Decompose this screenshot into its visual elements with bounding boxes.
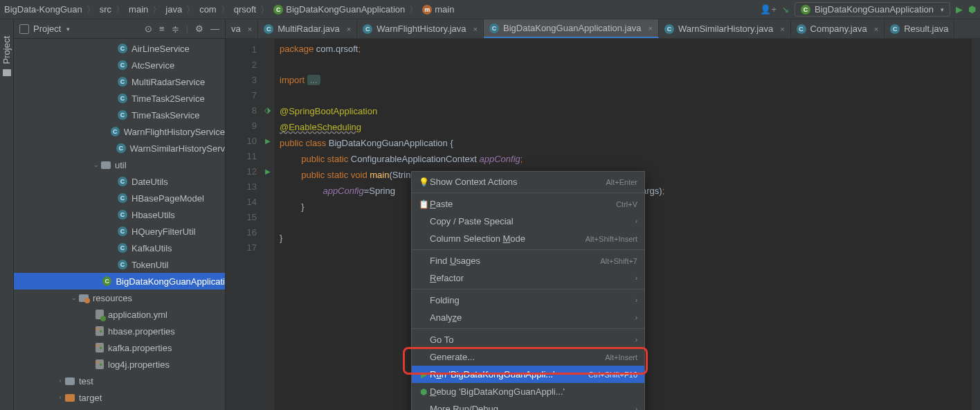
close-icon[interactable]: × bbox=[347, 25, 351, 33]
run-gutter-icon[interactable]: ▶ bbox=[265, 137, 271, 145]
run-gutter-icon[interactable]: ▶ bbox=[265, 168, 271, 175]
hide-icon[interactable]: — bbox=[210, 24, 219, 34]
java-icon: C bbox=[264, 24, 273, 34]
tree-item[interactable]: CTokenUtil bbox=[14, 256, 225, 273]
separator bbox=[412, 328, 644, 329]
bug-icon: ⬢ bbox=[417, 387, 430, 397]
java-icon: C bbox=[797, 24, 806, 34]
close-icon[interactable]: × bbox=[248, 25, 252, 33]
editor-tab[interactable]: CWarnSimilarHistory.java× bbox=[659, 19, 791, 38]
editor-tab[interactable]: CMultiRadar.java× bbox=[258, 19, 357, 38]
breadcrumb-item[interactable]: BigData-KongGuan〉 bbox=[4, 3, 97, 16]
close-icon[interactable]: × bbox=[780, 25, 784, 33]
navigation-bar: BigData-KongGuan〉 src〉 main〉 java〉 com〉 … bbox=[0, 0, 980, 19]
ctx-paste[interactable]: 📋PasteCtrl+V bbox=[412, 195, 644, 213]
ctx-find-usages[interactable]: Find UsagesAlt+Shift+7 bbox=[412, 252, 644, 269]
ctx-generate[interactable]: Generate...Alt+Insert bbox=[412, 348, 644, 366]
run-config-selector[interactable]: CBigDataKongGuanApplication bbox=[795, 2, 950, 17]
line-gutter[interactable]: 1 2 3 7 8⬗ 9 10▶ 11 12▶ 13 14 15 16 17 bbox=[226, 39, 274, 410]
tree-item[interactable]: log4j.properties bbox=[14, 356, 225, 373]
close-icon[interactable]: × bbox=[874, 25, 878, 33]
chevron-right-icon: › bbox=[635, 274, 637, 282]
fold-region[interactable]: ... bbox=[307, 75, 320, 85]
ctx-more-run[interactable]: More Run/Debug› bbox=[412, 400, 644, 410]
tree-folder-target[interactable]: ›target bbox=[14, 389, 225, 406]
breadcrumb-item[interactable]: com〉 bbox=[199, 3, 231, 16]
folder-icon bbox=[3, 69, 11, 76]
tree-folder-test[interactable]: ›test bbox=[14, 373, 225, 389]
project-tree[interactable]: CAirLineService CAtcService CMultiRadarS… bbox=[14, 39, 225, 410]
tree-item[interactable]: CWarnSimilarHistoryServ bbox=[14, 140, 225, 157]
tree-item[interactable]: CKafkaUtils bbox=[14, 240, 225, 256]
breadcrumb-item[interactable]: mmain bbox=[422, 4, 454, 15]
breadcrumb-item[interactable]: main〉 bbox=[129, 3, 163, 16]
tree-item[interactable]: CHQueryFilterUtil bbox=[14, 223, 225, 240]
paste-icon: 📋 bbox=[417, 199, 430, 209]
project-header: Project ⊙ ≡ ≑ | ⚙ — bbox=[14, 19, 225, 39]
select-opened-file-icon[interactable]: ⊙ bbox=[145, 24, 152, 34]
editor-tab[interactable]: va× bbox=[226, 19, 258, 38]
ctx-folding[interactable]: Folding› bbox=[412, 292, 644, 309]
chevron-right-icon: › bbox=[635, 217, 637, 225]
tree-folder-util[interactable]: ⌄util bbox=[14, 157, 225, 173]
tree-item[interactable]: hbase.properties bbox=[14, 323, 225, 339]
tree-item[interactable]: CHBasePageModel bbox=[14, 190, 225, 206]
project-tool-button[interactable]: Project bbox=[1, 36, 12, 64]
tree-item[interactable]: CDateUtils bbox=[14, 173, 225, 190]
tree-item[interactable]: CAirLineService bbox=[14, 40, 225, 57]
editor-tab[interactable]: CWarnFlightHistory.java× bbox=[357, 19, 484, 38]
tree-folder-resources[interactable]: ⌄resources bbox=[14, 289, 225, 306]
toolbar-right: 👤+ ↘ CBigDataKongGuanApplication ▶ ⬢ bbox=[760, 2, 976, 17]
editor-tab[interactable]: CResult.java bbox=[884, 19, 954, 38]
bean-icon[interactable]: ⬗ bbox=[264, 105, 271, 115]
tree-item[interactable]: CMultiRadarService bbox=[14, 73, 225, 90]
tree-item[interactable]: application.yml bbox=[14, 306, 225, 323]
breadcrumb-item[interactable]: java〉 bbox=[165, 3, 197, 16]
java-icon: C bbox=[489, 24, 499, 33]
editor-tabs: va× CMultiRadar.java× CWarnFlightHistory… bbox=[226, 19, 980, 39]
expand-all-icon[interactable]: ≡ bbox=[159, 24, 165, 34]
project-title[interactable]: Project bbox=[33, 24, 70, 34]
ctx-run[interactable]: ▶Run 'BigDataKongGuanAppli...'Ctrl+Shift… bbox=[412, 366, 644, 383]
chevron-right-icon: › bbox=[635, 405, 637, 410]
debug-icon[interactable]: ⬢ bbox=[968, 4, 976, 15]
close-icon[interactable]: × bbox=[473, 25, 478, 33]
breadcrumb-item[interactable]: CBigDataKongGuanApplication〉 bbox=[273, 3, 419, 16]
right-gutter bbox=[972, 39, 980, 410]
separator bbox=[412, 193, 644, 193]
tree-item[interactable]: CTimeTask2Service bbox=[14, 90, 225, 107]
ctx-analyze[interactable]: Analyze› bbox=[412, 309, 644, 326]
breadcrumbs: BigData-KongGuan〉 src〉 main〉 java〉 com〉 … bbox=[4, 3, 760, 16]
project-tool-window: Project ⊙ ≡ ≑ | ⚙ — CAirLineService CAtc… bbox=[14, 19, 226, 410]
context-menu: 💡Show Context ActionsAlt+Enter 📋PasteCtr… bbox=[411, 171, 645, 410]
tree-item[interactable]: CHbaseUtils bbox=[14, 206, 225, 223]
close-icon[interactable]: × bbox=[648, 24, 652, 33]
java-icon: C bbox=[890, 24, 900, 34]
person-plus-icon[interactable]: 👤+ bbox=[760, 4, 777, 15]
java-icon: C bbox=[664, 24, 674, 34]
settings-icon[interactable]: ⚙ bbox=[195, 24, 203, 34]
ctx-debug[interactable]: ⬢Debug 'BigDataKongGuanAppli...' bbox=[412, 383, 644, 400]
project-view-icon bbox=[19, 24, 29, 34]
run-icon[interactable]: ▶ bbox=[956, 4, 963, 15]
ctx-goto[interactable]: Go To› bbox=[412, 331, 644, 348]
play-icon: ▶ bbox=[417, 370, 430, 380]
tree-item[interactable]: CWarnFlightHistoryService bbox=[14, 123, 225, 140]
ctx-copy-paste-special[interactable]: Copy / Paste Special› bbox=[412, 213, 644, 230]
tree-item[interactable]: CTimeTaskService bbox=[14, 107, 225, 123]
chevron-right-icon: › bbox=[635, 314, 637, 321]
ctx-show-actions[interactable]: 💡Show Context ActionsAlt+Enter bbox=[412, 173, 644, 190]
editor-tab-active[interactable]: CBigDataKongGuanApplication.java× bbox=[484, 19, 659, 38]
breadcrumb-item[interactable]: qrsoft〉 bbox=[234, 3, 271, 16]
ctx-refactor[interactable]: Refactor› bbox=[412, 269, 644, 287]
breadcrumb-item[interactable]: src〉 bbox=[100, 3, 126, 16]
separator bbox=[412, 249, 644, 250]
tree-item[interactable]: kafka.properties bbox=[14, 339, 225, 356]
tree-item-selected[interactable]: CBigDataKongGuanApplicati bbox=[14, 273, 225, 289]
build-icon[interactable]: ↘ bbox=[782, 5, 789, 15]
editor-tab[interactable]: CCompany.java× bbox=[791, 19, 885, 38]
chevron-right-icon: › bbox=[635, 336, 637, 344]
tree-item[interactable]: CAtcService bbox=[14, 57, 225, 73]
collapse-all-icon[interactable]: ≑ bbox=[172, 24, 179, 34]
ctx-column-mode[interactable]: Column Selection ModeAlt+Shift+Insert bbox=[412, 230, 644, 247]
